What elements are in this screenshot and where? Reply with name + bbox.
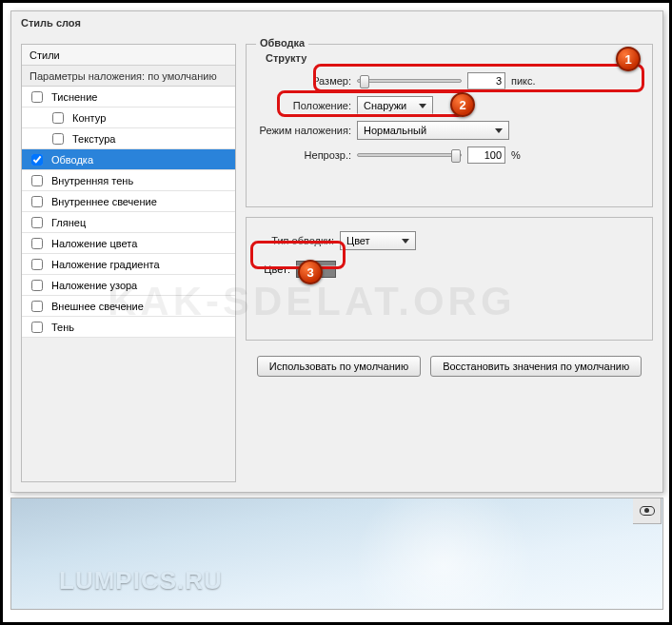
style-checkbox[interactable] xyxy=(31,196,43,207)
background-image-strip: LUMPICS.RU xyxy=(10,498,663,610)
style-checkbox[interactable] xyxy=(31,322,43,333)
style-checkbox[interactable] xyxy=(31,175,43,186)
style-checkbox[interactable] xyxy=(31,217,43,228)
layer-visibility-cell[interactable] xyxy=(633,498,662,524)
style-item[interactable]: Внутренняя тень xyxy=(22,170,235,191)
style-item-label: Внутреннее свечение xyxy=(51,191,157,212)
style-item-label: Текстура xyxy=(72,128,115,149)
annotation-callout-3: 3 xyxy=(298,260,323,284)
style-item-label: Внутренняя тень xyxy=(51,170,133,191)
blend-row: Режим наложения: Нормальный xyxy=(256,119,642,142)
chevron-down-icon xyxy=(419,104,426,108)
blend-label: Режим наложения: xyxy=(256,125,351,136)
style-checkbox[interactable] xyxy=(31,91,43,103)
size-slider[interactable] xyxy=(357,79,462,83)
size-slider-thumb[interactable] xyxy=(360,75,369,88)
styles-default-params[interactable]: Параметры наложения: по умолчанию xyxy=(22,66,235,87)
size-row: Размер: пикс. xyxy=(256,69,642,92)
style-item[interactable]: Обводка xyxy=(22,149,235,170)
stroke-legend: Обводка xyxy=(256,37,308,49)
style-item[interactable]: Наложение цвета xyxy=(22,233,235,254)
styles-panel: Стили Параметры наложения: по умолчанию … xyxy=(21,44,236,482)
size-unit: пикс. xyxy=(511,75,536,87)
styles-list: ТиснениеКонтурТекстураОбводкаВнутренняя … xyxy=(22,87,235,338)
fill-fieldset: Тип обводки: Цвет Цвет: 3 xyxy=(246,217,653,341)
style-item-label: Контур xyxy=(72,107,106,128)
opacity-slider-thumb[interactable] xyxy=(451,149,461,163)
style-item-label: Наложение градиента xyxy=(51,254,160,275)
style-item[interactable]: Внешнее свечение xyxy=(22,296,235,317)
style-checkbox[interactable] xyxy=(31,280,43,291)
position-row: Положение: Снаружи xyxy=(256,94,642,117)
style-item[interactable]: Тиснение xyxy=(22,87,235,107)
style-item-label: Внешнее свечение xyxy=(51,296,144,317)
default-buttons-row: Использовать по умолчанию Восстановить з… xyxy=(246,356,653,377)
size-input[interactable] xyxy=(467,72,505,89)
position-value: Снаружи xyxy=(364,100,406,111)
size-label: Размер: xyxy=(256,75,351,87)
chevron-down-icon xyxy=(402,239,409,244)
position-label: Положение: xyxy=(256,100,351,111)
reset-default-button[interactable]: Восстановить значения по умолчанию xyxy=(430,356,642,377)
layer-style-dialog: Стиль слоя Стили Параметры наложения: по… xyxy=(10,10,663,493)
style-item-label: Наложение цвета xyxy=(51,233,137,254)
filltype-row: Тип обводки: Цвет xyxy=(256,229,642,252)
style-checkbox[interactable] xyxy=(31,154,43,166)
style-item[interactable]: Текстура xyxy=(22,128,235,149)
eye-icon xyxy=(640,506,655,516)
structure-legend: Структу xyxy=(266,52,306,64)
filltype-select[interactable]: Цвет xyxy=(340,231,416,250)
style-item[interactable]: Внутреннее свечение xyxy=(22,191,235,212)
style-item-label: Глянец xyxy=(51,212,86,233)
styles-header: Стили xyxy=(22,45,235,66)
blend-select[interactable]: Нормальный xyxy=(357,121,509,140)
style-item[interactable]: Тень xyxy=(22,317,235,338)
screenshot-frame: Стиль слоя Стили Параметры наложения: по… xyxy=(0,0,672,625)
filltype-value: Цвет xyxy=(346,235,370,246)
color-label: Цвет: xyxy=(256,264,290,275)
annotation-callout-2: 2 xyxy=(450,92,475,117)
blend-value: Нормальный xyxy=(364,125,426,136)
style-item-label: Наложение узора xyxy=(51,275,137,296)
stroke-settings-panel: Обводка Структу Размер: пикс. Положение: xyxy=(246,44,653,482)
style-item-label: Обводка xyxy=(51,149,93,170)
filltype-label: Тип обводки: xyxy=(256,235,334,246)
opacity-unit: % xyxy=(511,149,521,161)
annotation-callout-1: 1 xyxy=(616,47,641,71)
style-item[interactable]: Наложение узора xyxy=(22,275,235,296)
style-item-label: Тиснение xyxy=(51,87,97,107)
style-item[interactable]: Глянец xyxy=(22,212,235,233)
style-checkbox[interactable] xyxy=(31,301,43,312)
opacity-slider[interactable] xyxy=(357,153,462,157)
style-item[interactable]: Наложение градиента xyxy=(22,254,235,275)
style-item[interactable]: Контур xyxy=(22,107,235,128)
chevron-down-icon xyxy=(495,128,503,133)
stroke-fieldset: Обводка Структу Размер: пикс. Положение: xyxy=(246,44,653,207)
make-default-button[interactable]: Использовать по умолчанию xyxy=(257,356,421,377)
style-checkbox[interactable] xyxy=(31,259,43,270)
dialog-title: Стиль слоя xyxy=(11,11,662,38)
site-brand: LUMPICS.RU xyxy=(59,566,223,596)
style-item-label: Тень xyxy=(51,317,74,338)
position-select[interactable]: Снаружи xyxy=(357,96,433,115)
style-checkbox[interactable] xyxy=(52,112,64,124)
style-checkbox[interactable] xyxy=(52,133,64,145)
opacity-input[interactable] xyxy=(467,146,505,164)
opacity-label: Непрозр.: xyxy=(256,149,351,161)
style-checkbox[interactable] xyxy=(31,238,43,249)
dialog-body: Стили Параметры наложения: по умолчанию … xyxy=(11,38,662,492)
opacity-row: Непрозр.: % xyxy=(256,144,642,166)
